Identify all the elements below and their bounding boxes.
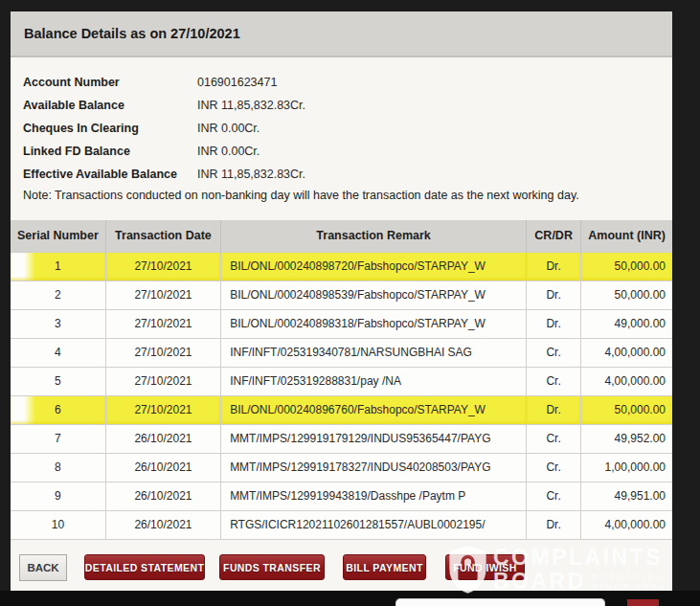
transactions-table: Serial NumberTransaction DateTransaction… [11, 220, 672, 540]
crdr-cell: Dr. [527, 252, 581, 281]
linked-fd-balance-row: Linked FD Balance INR 0.00Cr. [23, 140, 672, 163]
crdr-cell: Cr. [527, 424, 581, 453]
amount-cell: 49,952.00 [581, 424, 672, 453]
transaction-remark-cell: INF/INFT/025319288831/pay /NA [221, 367, 527, 395]
column-header: Transaction Date [105, 220, 220, 252]
fund-iwish-button[interactable]: FUND IWISH [445, 554, 525, 580]
transaction-date-cell: 26/10/2021 [105, 510, 220, 539]
cheques-in-clearing-row: Cheques In Clearing INR 0.00Cr. [23, 117, 672, 140]
column-header: Amount (INR) [581, 220, 672, 252]
column-header: Transaction Remark [221, 220, 527, 252]
column-header: Serial Number [11, 220, 105, 252]
cropped-search-box[interactable] [395, 598, 605, 606]
amount-cell: 50,000.00 [581, 281, 672, 309]
serial-number-cell: 9 [11, 482, 105, 510]
effective-available-balance-label: Effective Available Balance [23, 168, 197, 181]
available-balance-row: Available Balance INR 11,85,832.83Cr. [23, 94, 672, 117]
transaction-remark-cell: MMT/IMPS/129919943819/Dasshpe /Paytm P [221, 482, 527, 510]
crdr-cell: Dr. [527, 281, 581, 309]
amount-cell: 50,000.00 [581, 395, 672, 424]
balance-details-panel: Balance Details as on 27/10/2021 Account… [11, 11, 672, 591]
action-buttons-bar: BACK DETAILED STATEMENT FUNDS TRANSFER B… [11, 554, 672, 581]
crdr-cell: Cr. [527, 338, 581, 367]
table-row: 2 27/10/2021 BIL/ONL/000240898539/Fabsho… [11, 281, 672, 309]
cheques-in-clearing-value: INR 0.00Cr. [197, 122, 260, 135]
transaction-remark-cell: RTGS/ICICR12021102601281557/AUBL0002195/ [221, 510, 527, 539]
crdr-cell: Cr. [527, 453, 581, 482]
transaction-date-cell: 26/10/2021 [105, 424, 220, 453]
amount-cell: 49,000.00 [581, 309, 672, 338]
serial-number-cell: 8 [11, 453, 105, 482]
serial-number-cell: 5 [11, 367, 105, 395]
table-row: 3 27/10/2021 BIL/ONL/000240898318/Fabsho… [11, 309, 672, 338]
transaction-remark-cell: INF/INFT/025319340781/NARSUNGBHAI SAG [221, 338, 527, 367]
serial-number-cell: 4 [11, 338, 105, 367]
transaction-date-cell: 27/10/2021 [105, 367, 220, 395]
page-title: Balance Details as on 27/10/2021 [24, 26, 240, 41]
linked-fd-balance-value: INR 0.00Cr. [197, 145, 260, 158]
serial-number-cell: 1 [11, 252, 105, 281]
table-row: 6 27/10/2021 BIL/ONL/000240896760/Fabsho… [11, 395, 672, 424]
transaction-date-cell: 27/10/2021 [105, 309, 220, 338]
amount-cell: 1,00,000.00 [581, 453, 672, 482]
transaction-remark-cell: BIL/ONL/000240898318/Fabshopco/STARPAY_W [221, 309, 527, 338]
amount-cell: 49,951.00 [581, 482, 672, 510]
serial-number-cell: 3 [11, 309, 105, 338]
linked-fd-balance-label: Linked FD Balance [23, 145, 197, 158]
table-row: 7 26/10/2021 MMT/IMPS/129919179129/INDUS… [11, 424, 672, 453]
effective-available-balance-value: INR 11,85,832.83Cr. [197, 168, 305, 181]
table-row: 1 27/10/2021 BIL/ONL/000240898720/Fabsho… [11, 252, 672, 281]
page: Balance Details as on 27/10/2021 Account… [0, 0, 700, 606]
transaction-remark-cell: BIL/ONL/000240898720/Fabshopco/STARPAY_W [221, 252, 527, 281]
crdr-cell: Cr. [527, 367, 581, 395]
table-row: 5 27/10/2021 INF/INFT/025319288831/pay /… [11, 367, 672, 395]
transaction-date-cell: 27/10/2021 [105, 252, 220, 281]
amount-cell: 4,00,000.00 [581, 510, 672, 539]
transaction-date-cell: 27/10/2021 [105, 395, 220, 424]
table-header-row: Serial NumberTransaction DateTransaction… [11, 220, 672, 252]
table-row: 9 26/10/2021 MMT/IMPS/129919943819/Dassh… [11, 482, 672, 510]
table-row: 10 26/10/2021 RTGS/ICICR1202110260128155… [11, 510, 672, 539]
available-balance-value: INR 11,85,832.83Cr. [197, 99, 305, 112]
transaction-remark-cell: MMT/IMPS/129919178327/INDUS40208503/PAYG [221, 453, 527, 482]
bill-payment-button[interactable]: BILL PAYMENT [343, 554, 426, 580]
note-text: Note: Transactions conducted on non-bank… [23, 189, 672, 204]
detailed-statement-button[interactable]: DETAILED STATEMENT [84, 554, 205, 580]
transaction-remark-cell: BIL/ONL/000240898539/Fabshopco/STARPAY_W [221, 281, 527, 309]
transaction-remark-cell: MMT/IMPS/129919179129/INDUS95365447/PAYG [221, 424, 527, 453]
serial-number-cell: 6 [11, 395, 105, 424]
serial-number-cell: 10 [11, 510, 105, 539]
cropped-red-button[interactable] [627, 599, 659, 606]
account-number-label: Account Number [23, 76, 197, 89]
amount-cell: 50,000.00 [581, 252, 672, 281]
transaction-date-cell: 27/10/2021 [105, 281, 220, 309]
panel-header: Balance Details as on 27/10/2021 [11, 11, 672, 57]
transaction-date-cell: 27/10/2021 [105, 338, 220, 367]
serial-number-cell: 7 [11, 424, 105, 453]
effective-available-balance-row: Effective Available Balance INR 11,85,83… [23, 163, 672, 186]
available-balance-label: Available Balance [23, 99, 197, 112]
crdr-cell: Dr. [527, 510, 581, 539]
amount-cell: 4,00,000.00 [581, 338, 672, 367]
serial-number-cell: 2 [11, 281, 105, 309]
cheques-in-clearing-label: Cheques In Clearing [23, 122, 197, 135]
table-header: Serial NumberTransaction DateTransaction… [11, 220, 672, 252]
crdr-cell: Dr. [527, 309, 581, 338]
column-header: CR/DR [527, 220, 581, 252]
amount-cell: 4,00,000.00 [581, 367, 672, 395]
bottom-bar [0, 591, 700, 606]
back-button[interactable]: BACK [19, 554, 67, 581]
transaction-remark-cell: BIL/ONL/000240896760/Fabshopco/STARPAY_W [221, 395, 527, 424]
funds-transfer-button[interactable]: FUNDS TRANSFER [219, 554, 325, 580]
transactions-body: 1 27/10/2021 BIL/ONL/000240898720/Fabsho… [11, 252, 672, 539]
transaction-date-cell: 26/10/2021 [105, 482, 220, 510]
crdr-cell: Cr. [527, 482, 581, 510]
account-summary: Account Number 016901623471 Available Ba… [11, 57, 672, 186]
table-row: 4 27/10/2021 INF/INFT/025319340781/NARSU… [11, 338, 672, 367]
table-row: 8 26/10/2021 MMT/IMPS/129919178327/INDUS… [11, 453, 672, 482]
crdr-cell: Dr. [527, 395, 581, 424]
account-number-value: 016901623471 [197, 76, 277, 89]
transaction-date-cell: 26/10/2021 [105, 453, 220, 482]
account-number-row: Account Number 016901623471 [23, 71, 672, 94]
